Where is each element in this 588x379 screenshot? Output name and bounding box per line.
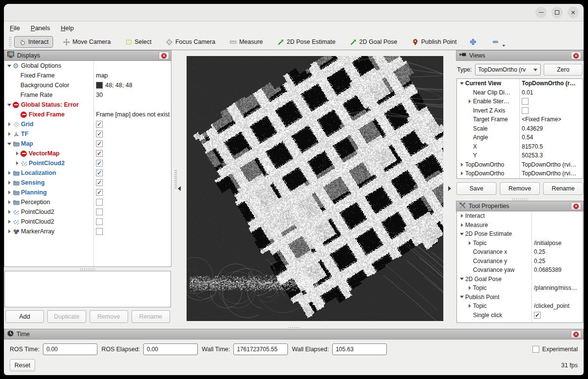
property-value[interactable]: 0.54 xyxy=(522,134,533,141)
property-value[interactable]: /clicked_point xyxy=(534,303,569,309)
time-panel-header[interactable]: Time ✕ xyxy=(4,329,584,340)
property-value[interactable]: 0.0685389 xyxy=(534,266,562,273)
duplicate-button[interactable]: Duplicate xyxy=(47,310,86,323)
expander-closed-icon[interactable] xyxy=(458,223,465,227)
views-panel-header[interactable]: Views ✕ xyxy=(456,50,584,61)
checkbox-checked[interactable]: ✓ xyxy=(534,312,541,319)
horizontal-splitter[interactable] xyxy=(456,197,584,201)
tree-row-perception[interactable]: Perception xyxy=(4,197,171,207)
displays-close-button[interactable]: ✕ xyxy=(159,52,169,59)
expander-closed-icon[interactable] xyxy=(6,181,13,185)
tree-row-global-options[interactable]: ⚙Global Options xyxy=(4,61,171,71)
expander-closed-icon[interactable] xyxy=(466,99,473,103)
dropdown-caret-icon[interactable] xyxy=(502,45,505,47)
maximize-button[interactable] xyxy=(551,7,563,18)
checkbox-checked[interactable]: ✓ xyxy=(96,170,103,176)
checkbox-checked[interactable]: ✓ xyxy=(96,150,103,157)
checkbox-checked[interactable]: ✓ xyxy=(96,140,103,147)
experimental-checkbox[interactable] xyxy=(532,346,539,353)
checkbox-unchecked[interactable] xyxy=(96,208,103,215)
right-view-splitter[interactable] xyxy=(443,50,456,327)
expander-closed-icon[interactable] xyxy=(14,161,20,165)
splitter-handle[interactable] xyxy=(174,170,177,189)
time-close-button[interactable]: ✕ xyxy=(571,330,581,338)
tool-interact[interactable]: Interact xyxy=(14,36,53,48)
tree-row-pointcloud2[interactable]: PointCloud2✓ xyxy=(4,158,171,168)
property-value[interactable]: map xyxy=(96,72,108,79)
menu-file[interactable]: File xyxy=(10,24,20,32)
tree-row-2d-goal-pose[interactable]: 2D Goal Pose xyxy=(457,275,583,284)
tree-row-covariance-x[interactable]: Covariance x0.25 xyxy=(457,247,583,257)
expander-closed-icon[interactable] xyxy=(6,122,13,126)
expander-closed-icon[interactable] xyxy=(466,286,473,290)
checkbox-checked[interactable]: ✓ xyxy=(96,160,103,167)
column-separator[interactable] xyxy=(94,61,94,266)
tree-row-tf[interactable]: TF✓ xyxy=(4,129,171,139)
view-type-dropdown[interactable]: TopDownOrtho (rv xyxy=(475,64,541,76)
rename-button[interactable]: Rename xyxy=(132,310,170,323)
tool-properties-close-button[interactable]: ✕ xyxy=(571,202,581,210)
tree-row-covariance-yaw[interactable]: Covariance yaw0.0685389 xyxy=(457,265,583,275)
tree-row-vectormap[interactable]: VectorMap✓ xyxy=(4,149,171,158)
zero-button[interactable]: Zero xyxy=(544,64,583,76)
collapse-right-icon[interactable] xyxy=(448,186,451,191)
expander-closed-icon[interactable] xyxy=(458,214,465,218)
column-separator[interactable] xyxy=(531,211,532,322)
menu-help[interactable]: Help xyxy=(61,24,74,32)
add-tool-button[interactable] xyxy=(466,36,480,48)
expander-closed-icon[interactable] xyxy=(458,163,465,167)
tree-row-markerarray[interactable]: MarkerArray xyxy=(4,227,171,236)
tree-row-near-clip-di[interactable]: Near Clip Di…0.01 xyxy=(457,88,583,97)
property-value[interactable]: Frame [map] does not exist xyxy=(96,111,170,118)
left-view-splitter[interactable] xyxy=(171,50,187,327)
checkbox-unchecked[interactable] xyxy=(522,98,529,105)
tree-row-pointcloud2[interactable]: PointCloud2 xyxy=(4,207,171,217)
wall-elapsed-input[interactable] xyxy=(332,343,387,355)
tree-row-topic[interactable]: Topic/planning/miss… xyxy=(457,284,583,293)
property-value[interactable]: TopDownOrtho (rvi… xyxy=(522,161,576,168)
tree-row-target-frame[interactable]: Target Frame<Fixed Frame> xyxy=(457,115,583,124)
checkbox-unchecked[interactable] xyxy=(96,199,103,206)
ros-time-input[interactable] xyxy=(43,343,97,355)
expander-closed-icon[interactable] xyxy=(6,190,13,194)
menu-panels[interactable]: Panels xyxy=(31,24,50,32)
toolbar-drag-handle[interactable] xyxy=(9,37,11,47)
tool-2d-pose-estimate[interactable]: 2D Pose Estimate xyxy=(273,36,340,48)
checkbox-checked[interactable]: ✓ xyxy=(96,179,103,186)
expander-open-icon[interactable] xyxy=(458,278,465,280)
tree-row-frame-rate[interactable]: Frame Rate30 xyxy=(4,90,171,100)
tree-row-interact[interactable]: Interact xyxy=(457,211,583,221)
horizontal-splitter[interactable] xyxy=(4,267,171,271)
color-swatch[interactable] xyxy=(96,82,103,89)
tree-row-y[interactable]: Y50253.3 xyxy=(457,151,583,160)
tool-move-camera[interactable]: Move Camera xyxy=(58,36,115,48)
expander-closed-icon[interactable] xyxy=(6,229,13,233)
reset-button[interactable]: Reset xyxy=(10,359,35,371)
property-value[interactable]: TopDownOrtho (rvi… xyxy=(522,170,576,177)
expander-closed-icon[interactable] xyxy=(6,210,13,214)
expander-open-icon[interactable] xyxy=(458,296,465,298)
close-button[interactable]: ✕ xyxy=(568,7,579,18)
tool-2d-goal-pose[interactable]: 2D Goal Pose xyxy=(345,36,402,48)
property-value[interactable]: 0.25 xyxy=(534,258,545,265)
expander-open-icon[interactable] xyxy=(458,82,465,85)
tool-select[interactable]: Select xyxy=(120,36,156,48)
property-value[interactable]: 0.43629 xyxy=(522,125,543,132)
expander-closed-icon[interactable] xyxy=(466,241,473,245)
property-value[interactable]: /planning/miss… xyxy=(534,284,577,291)
property-value[interactable]: 81570.5 xyxy=(522,143,543,150)
checkbox-checked[interactable]: ✓ xyxy=(96,121,103,128)
tree-row-topdownortho[interactable]: TopDownOrthoTopDownOrtho (rvi… xyxy=(457,160,583,170)
tree-row-invert-z-axis[interactable]: Invert Z Axis xyxy=(457,106,583,115)
remove-tool-button[interactable] xyxy=(489,36,502,48)
views-close-button[interactable]: ✕ xyxy=(571,52,581,59)
expander-closed-icon[interactable] xyxy=(14,152,20,155)
tree-row-fixed-frame[interactable]: Fixed FrameFrame [map] does not exist xyxy=(4,110,171,119)
expander-closed-icon[interactable] xyxy=(458,171,465,175)
tree-row-x[interactable]: X81570.5 xyxy=(457,142,583,152)
tree-row-2d-pose-estimate[interactable]: 2D Pose Estimate xyxy=(457,229,583,239)
property-value[interactable]: <Fixed Frame> xyxy=(522,116,561,123)
minimize-button[interactable] xyxy=(535,7,547,18)
expander-closed-icon[interactable] xyxy=(6,220,13,224)
tree-row-current-view[interactable]: Current ViewTopDownOrtho (r… xyxy=(457,79,583,88)
